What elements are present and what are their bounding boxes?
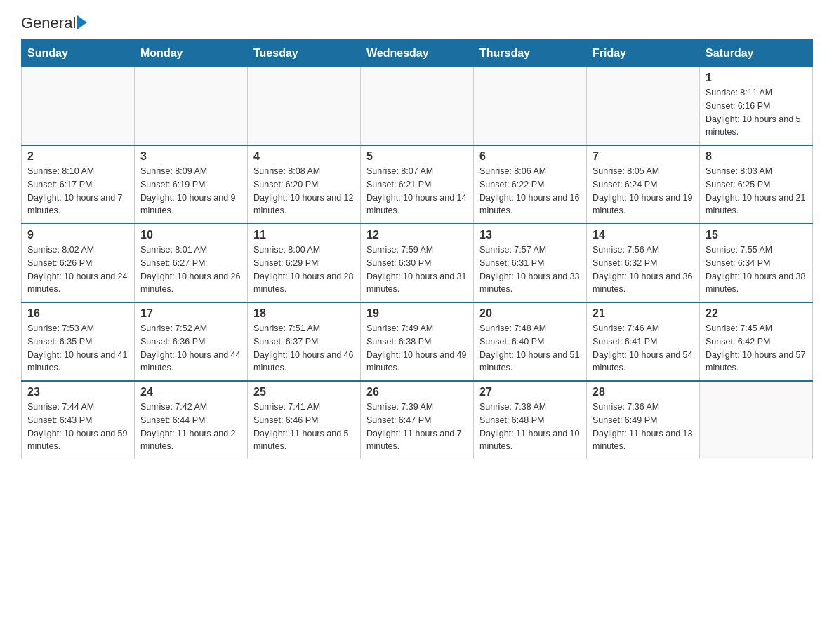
- day-info-line: Daylight: 11 hours and 2 minutes.: [140, 427, 241, 454]
- day-info-line: Sunset: 6:42 PM: [706, 335, 807, 349]
- day-info-line: Daylight: 11 hours and 7 minutes.: [366, 427, 468, 454]
- calendar-cell: 23Sunrise: 7:44 AMSunset: 6:43 PMDayligh…: [22, 381, 135, 459]
- weekday-header-saturday: Saturday: [700, 40, 813, 67]
- calendar-cell: 3Sunrise: 8:09 AMSunset: 6:19 PMDaylight…: [135, 145, 248, 224]
- calendar-cell: 7Sunrise: 8:05 AMSunset: 6:24 PMDaylight…: [587, 145, 700, 224]
- weekday-header-row: SundayMondayTuesdayWednesdayThursdayFrid…: [22, 40, 813, 67]
- calendar-cell: 20Sunrise: 7:48 AMSunset: 6:40 PMDayligh…: [474, 302, 587, 381]
- day-info-line: Daylight: 10 hours and 31 minutes.: [366, 270, 468, 297]
- calendar-cell: [361, 67, 474, 146]
- day-info-line: Sunset: 6:43 PM: [27, 414, 128, 427]
- day-info-line: Sunset: 6:35 PM: [27, 335, 128, 349]
- day-info-line: Sunset: 6:17 PM: [27, 178, 128, 192]
- day-number: 23: [27, 386, 128, 398]
- day-info-line: Sunrise: 7:53 AM: [27, 322, 128, 335]
- day-info-line: Sunrise: 7:36 AM: [593, 401, 694, 414]
- day-info-line: Sunrise: 7:56 AM: [593, 243, 694, 257]
- day-info-line: Sunrise: 8:07 AM: [366, 165, 468, 178]
- day-info-line: Daylight: 10 hours and 46 minutes.: [253, 349, 355, 375]
- calendar-cell: 18Sunrise: 7:51 AMSunset: 6:37 PMDayligh…: [248, 302, 361, 381]
- day-info-line: Sunrise: 8:08 AM: [253, 165, 355, 178]
- day-info-line: Sunrise: 8:11 AM: [706, 86, 807, 100]
- day-info-line: Daylight: 10 hours and 9 minutes.: [140, 192, 241, 218]
- page-header: General: [21, 14, 813, 32]
- day-info-line: Daylight: 10 hours and 57 minutes.: [706, 349, 807, 375]
- calendar-cell: [22, 67, 135, 146]
- day-info-line: Daylight: 10 hours and 41 minutes.: [27, 349, 128, 375]
- day-info-line: Sunset: 6:36 PM: [140, 335, 241, 349]
- day-info-line: Sunrise: 8:06 AM: [479, 165, 581, 178]
- weekday-header-friday: Friday: [587, 40, 700, 67]
- day-info-line: Daylight: 10 hours and 7 minutes.: [27, 192, 128, 218]
- day-info-line: Sunset: 6:37 PM: [253, 335, 355, 349]
- week-row-4: 16Sunrise: 7:53 AMSunset: 6:35 PMDayligh…: [22, 302, 813, 381]
- day-info-line: Sunrise: 7:46 AM: [593, 322, 694, 335]
- week-row-5: 23Sunrise: 7:44 AMSunset: 6:43 PMDayligh…: [22, 381, 813, 459]
- logo-general: General: [21, 14, 76, 32]
- day-number: 13: [479, 229, 581, 241]
- calendar-cell: 14Sunrise: 7:56 AMSunset: 6:32 PMDayligh…: [587, 224, 700, 302]
- day-info-line: Sunset: 6:47 PM: [366, 414, 468, 427]
- day-info-line: Daylight: 10 hours and 49 minutes.: [366, 349, 468, 375]
- day-info-line: Daylight: 10 hours and 21 minutes.: [706, 192, 807, 218]
- calendar-cell: 24Sunrise: 7:42 AMSunset: 6:44 PMDayligh…: [135, 381, 248, 459]
- day-info-line: Sunset: 6:21 PM: [366, 178, 468, 192]
- calendar-cell: 27Sunrise: 7:38 AMSunset: 6:48 PMDayligh…: [474, 381, 587, 459]
- day-info-line: Sunrise: 7:48 AM: [479, 322, 581, 335]
- day-info-line: Sunset: 6:19 PM: [140, 178, 241, 192]
- day-info-line: Daylight: 11 hours and 10 minutes.: [479, 427, 581, 454]
- day-info-line: Daylight: 10 hours and 33 minutes.: [479, 270, 581, 297]
- day-number: 18: [253, 307, 355, 320]
- day-info-line: Sunrise: 7:57 AM: [479, 243, 581, 257]
- day-info-line: Daylight: 11 hours and 5 minutes.: [253, 427, 355, 454]
- week-row-2: 2Sunrise: 8:10 AMSunset: 6:17 PMDaylight…: [22, 145, 813, 224]
- day-number: 17: [140, 307, 241, 320]
- calendar-cell: [700, 381, 813, 459]
- day-info-line: Daylight: 10 hours and 28 minutes.: [253, 270, 355, 297]
- weekday-header-thursday: Thursday: [474, 40, 587, 67]
- day-info-line: Daylight: 10 hours and 12 minutes.: [253, 192, 355, 218]
- day-info-line: Daylight: 10 hours and 38 minutes.: [706, 270, 807, 297]
- day-info-line: Sunrise: 7:45 AM: [706, 322, 807, 335]
- day-info-line: Sunrise: 8:03 AM: [706, 165, 807, 178]
- day-info-line: Daylight: 10 hours and 51 minutes.: [479, 349, 581, 375]
- day-info-line: Sunset: 6:22 PM: [479, 178, 581, 192]
- day-info-line: Sunset: 6:34 PM: [706, 257, 807, 270]
- calendar-cell: 25Sunrise: 7:41 AMSunset: 6:46 PMDayligh…: [248, 381, 361, 459]
- calendar-cell: 9Sunrise: 8:02 AMSunset: 6:26 PMDaylight…: [22, 224, 135, 302]
- weekday-header-tuesday: Tuesday: [248, 40, 361, 67]
- day-info-line: Daylight: 10 hours and 24 minutes.: [27, 270, 128, 297]
- day-number: 12: [366, 229, 468, 241]
- day-info-line: Sunset: 6:16 PM: [706, 100, 807, 113]
- day-number: 22: [706, 307, 807, 320]
- day-number: 5: [366, 150, 468, 163]
- day-number: 28: [593, 386, 694, 398]
- day-number: 24: [140, 386, 241, 398]
- calendar-cell: [587, 67, 700, 146]
- day-info-line: Daylight: 10 hours and 14 minutes.: [366, 192, 468, 218]
- day-info-line: Sunrise: 8:10 AM: [27, 165, 128, 178]
- calendar-cell: 22Sunrise: 7:45 AMSunset: 6:42 PMDayligh…: [700, 302, 813, 381]
- day-number: 21: [593, 307, 694, 320]
- day-info-line: Daylight: 10 hours and 5 minutes.: [706, 113, 807, 140]
- day-number: 1: [706, 72, 807, 84]
- day-info-line: Sunset: 6:46 PM: [253, 414, 355, 427]
- day-info-line: Sunrise: 7:49 AM: [366, 322, 468, 335]
- weekday-header-monday: Monday: [135, 40, 248, 67]
- day-info-line: Sunrise: 8:01 AM: [140, 243, 241, 257]
- logo: General: [21, 14, 87, 32]
- calendar-cell: 15Sunrise: 7:55 AMSunset: 6:34 PMDayligh…: [700, 224, 813, 302]
- day-info-line: Sunrise: 7:39 AM: [366, 401, 468, 414]
- day-info-line: Sunrise: 7:38 AM: [479, 401, 581, 414]
- calendar-table: SundayMondayTuesdayWednesdayThursdayFrid…: [21, 39, 813, 459]
- day-info-line: Sunset: 6:41 PM: [593, 335, 694, 349]
- day-info-line: Daylight: 10 hours and 54 minutes.: [593, 349, 694, 375]
- calendar-cell: 19Sunrise: 7:49 AMSunset: 6:38 PMDayligh…: [361, 302, 474, 381]
- day-info-line: Sunset: 6:29 PM: [253, 257, 355, 270]
- day-number: 10: [140, 229, 241, 241]
- day-info-line: Daylight: 10 hours and 44 minutes.: [140, 349, 241, 375]
- calendar-cell: 12Sunrise: 7:59 AMSunset: 6:30 PMDayligh…: [361, 224, 474, 302]
- day-number: 9: [27, 229, 128, 241]
- day-info-line: Sunset: 6:30 PM: [366, 257, 468, 270]
- day-info-line: Sunset: 6:40 PM: [479, 335, 581, 349]
